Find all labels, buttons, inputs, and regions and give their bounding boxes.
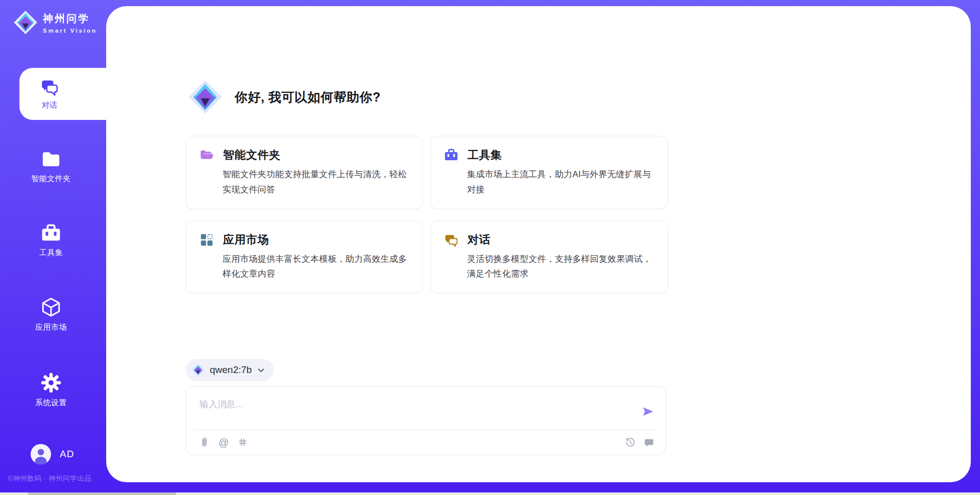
feature-cards: 智能文件夹 智能文件夹功能支持批量文件上传与清洗，轻松实现文件问答 工具集 集成… xyxy=(186,136,668,293)
sidebar-item-settings[interactable]: 系统设置 xyxy=(0,372,102,408)
chat-bubbles-icon xyxy=(40,78,59,96)
brand-subtitle: Smart Vision xyxy=(43,28,97,34)
gear-icon xyxy=(40,372,62,393)
sidebar-item-label: 智能文件夹 xyxy=(31,174,71,184)
card-description: 智能文件夹功能支持批量文件上传与清洗，轻松实现文件问答 xyxy=(223,167,409,197)
sidebar-item-label: 系统设置 xyxy=(35,398,67,408)
brand-logo: 神州问学 Smart Vision xyxy=(13,10,97,35)
card-description: 集成市场上主流工具，助力AI与外界无缝扩展与对接 xyxy=(467,167,654,197)
card-description: 灵活切换多模型文件，支持多样回复效果调试，满足个性化需求 xyxy=(467,252,654,282)
toolbox-icon xyxy=(41,223,61,243)
app-root: 神州问学 Smart Vision 对话 智能文件夹 工具集 xyxy=(0,0,980,495)
mention-icon[interactable]: @ xyxy=(218,437,229,448)
copyright-text: ©神州数码 · 神州问学出品 xyxy=(8,474,91,483)
hash-icon[interactable] xyxy=(237,437,248,448)
card-chat[interactable]: 对话 灵活切换多模型文件，支持多样回复效果调试，满足个性化需求 xyxy=(430,220,668,294)
card-description: 应用市场提供丰富长文本模板，助力高效生成多样化文章内容 xyxy=(223,252,409,282)
greeting-hero: 你好, 我可以如何帮助你? xyxy=(188,80,381,114)
chevron-down-icon xyxy=(257,366,265,375)
sidebar-item-toolset[interactable]: 工具集 xyxy=(0,223,102,258)
chat-bubbles-icon xyxy=(444,233,458,247)
folder-icon xyxy=(41,149,61,169)
greeting-title: 你好, 我可以如何帮助你? xyxy=(235,89,381,106)
brand-name: 神州问学 xyxy=(43,12,97,26)
card-title: 智能文件夹 xyxy=(223,147,281,163)
model-selector[interactable]: qwen2:7b xyxy=(186,359,274,381)
user-name: AD xyxy=(60,449,74,460)
scrollbar-thumb[interactable] xyxy=(28,492,176,495)
composer-divider xyxy=(194,430,658,430)
sidebar-item-smart-folder[interactable]: 智能文件夹 xyxy=(0,149,102,184)
cube-icon xyxy=(40,296,62,318)
model-name: qwen2:7b xyxy=(210,364,252,376)
brand-diamond-icon xyxy=(13,10,38,35)
horizontal-scrollbar[interactable] xyxy=(0,492,980,495)
sidebar-item-app-market[interactable]: 应用市场 xyxy=(0,296,102,332)
card-app-market[interactable]: 应用市场 应用市场提供丰富长文本模板，助力高效生成多样化文章内容 xyxy=(186,220,423,294)
card-title: 应用市场 xyxy=(223,232,269,247)
message-icon[interactable] xyxy=(644,437,654,448)
brand-diamond-icon xyxy=(191,363,205,377)
message-composer: @ xyxy=(186,386,666,455)
grid-icon xyxy=(200,233,214,247)
tab-concave-corner-top xyxy=(80,44,106,68)
sidebar-item-label: 应用市场 xyxy=(35,323,67,332)
history-icon[interactable] xyxy=(625,437,636,448)
attachment-icon[interactable] xyxy=(199,436,210,448)
brand-diamond-icon xyxy=(188,80,223,114)
user-avatar-icon xyxy=(31,444,51,464)
sidebar-item-chat[interactable]: 对话 xyxy=(19,68,106,120)
card-title: 对话 xyxy=(468,232,491,247)
toolbox-icon xyxy=(444,148,458,162)
card-toolset[interactable]: 工具集 集成市场上主流工具，助力AI与外界无缝扩展与对接 xyxy=(430,136,668,209)
sidebar-item-label: 对话 xyxy=(42,101,57,110)
sidebar-item-label: 工具集 xyxy=(39,248,63,258)
message-input[interactable] xyxy=(200,397,608,411)
composer-right-tools xyxy=(625,437,654,448)
brand-text: 神州问学 Smart Vision xyxy=(43,12,97,34)
send-button[interactable] xyxy=(642,405,654,418)
card-title: 工具集 xyxy=(468,147,502,163)
card-smart-folder[interactable]: 智能文件夹 智能文件夹功能支持批量文件上传与清洗，轻松实现文件问答 xyxy=(186,136,423,209)
composer-left-tools: @ xyxy=(199,436,248,448)
open-folder-icon xyxy=(200,148,214,162)
tab-concave-corner-bottom xyxy=(80,120,106,144)
send-icon xyxy=(642,405,654,418)
user-profile[interactable]: AD xyxy=(31,444,74,464)
